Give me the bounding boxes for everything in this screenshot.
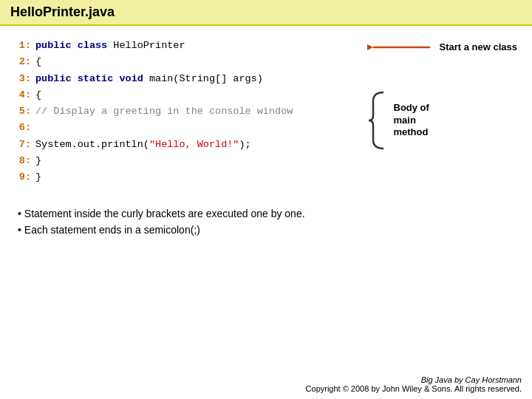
title-bar: HelloPrinter.java bbox=[0, 0, 532, 26]
code-line: 6: bbox=[15, 120, 355, 136]
line-number: 9: bbox=[15, 169, 31, 185]
code-line: 1:public class HelloPrinter bbox=[15, 38, 355, 54]
annotation-body: Body of main method bbox=[367, 91, 518, 150]
code-line: 2:{ bbox=[15, 54, 355, 70]
line-content: { bbox=[35, 87, 41, 103]
code-line: 7: System.out.println("Hello, World!"); bbox=[15, 137, 355, 153]
line-number: 6: bbox=[15, 120, 31, 136]
line-number: 3: bbox=[15, 71, 31, 87]
line-content: System.out.println("Hello, World!"); bbox=[35, 137, 251, 153]
code-section: 1:public class HelloPrinter2:{3: public … bbox=[15, 38, 517, 185]
footer: Big Java by Cay Horstmann Copyright © 20… bbox=[306, 375, 522, 393]
line-content: } bbox=[35, 153, 41, 169]
line-content: } bbox=[35, 169, 41, 185]
annotations: Start a new class Body of main method bbox=[367, 38, 518, 150]
bullets-section: • Statement inside the curly brackets ar… bbox=[15, 208, 517, 240]
brace-icon bbox=[367, 91, 388, 150]
code-line: 3: public static void main(String[] args… bbox=[15, 71, 355, 87]
main-content: 1:public class HelloPrinter2:{3: public … bbox=[0, 26, 532, 248]
annotation-class-label: Start a new class bbox=[440, 41, 518, 54]
line-content bbox=[35, 120, 41, 136]
body-label-line2: main bbox=[394, 115, 429, 127]
line-number: 2: bbox=[15, 54, 31, 70]
code-block: 1:public class HelloPrinter2:{3: public … bbox=[15, 38, 355, 185]
bullet-item: • Statement inside the curly brackets ar… bbox=[18, 208, 517, 219]
annotation-class: Start a new class bbox=[367, 39, 518, 55]
body-annotation-text: Body of main method bbox=[394, 102, 429, 140]
line-content: public static void main(String[] args) bbox=[35, 71, 263, 87]
code-line: 8: } bbox=[15, 153, 355, 169]
body-label-line3: method bbox=[394, 126, 429, 139]
body-label-line1: Body of bbox=[394, 102, 429, 115]
line-number: 8: bbox=[15, 153, 31, 169]
line-content: { bbox=[35, 54, 41, 70]
line-content: public class HelloPrinter bbox=[35, 38, 185, 54]
line-number: 5: bbox=[15, 103, 31, 120]
bullet-item: • Each statement ends in a semicolon(;) bbox=[18, 224, 517, 236]
page-title: HelloPrinter.java bbox=[10, 4, 115, 19]
code-line: 5: // Display a greeting in the console … bbox=[15, 103, 355, 120]
footer-line1: Big Java by Cay Horstmann bbox=[306, 375, 522, 384]
line-number: 4: bbox=[15, 87, 31, 103]
arrow-right-icon bbox=[367, 39, 434, 55]
code-line: 4: { bbox=[15, 87, 355, 103]
footer-line2: Copyright © 2008 by John Wiley & Sons. A… bbox=[306, 384, 522, 393]
line-number: 7: bbox=[15, 137, 31, 153]
code-line: 9:} bbox=[15, 169, 355, 185]
line-number: 1: bbox=[15, 38, 31, 54]
line-content: // Display a greeting in the console win… bbox=[35, 103, 293, 120]
